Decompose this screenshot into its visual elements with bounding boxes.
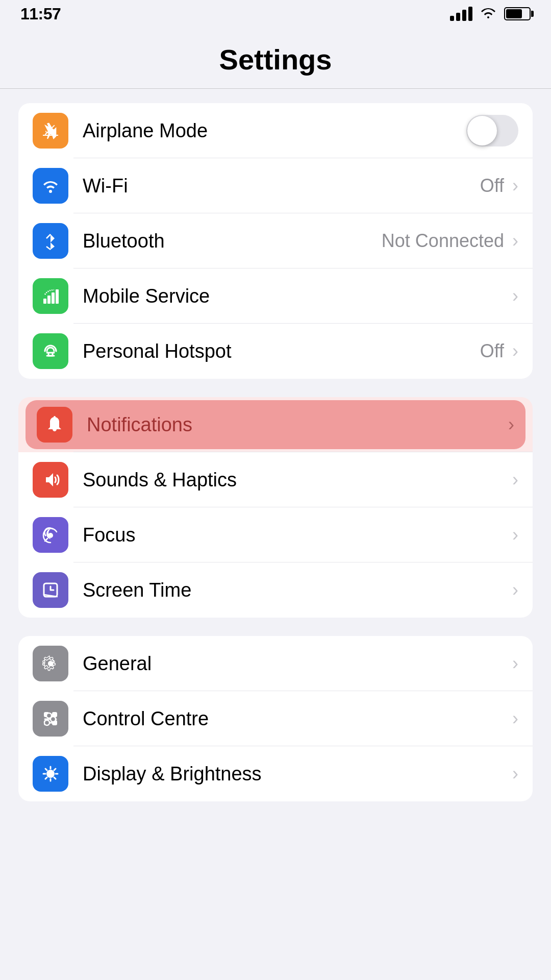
- wifi-status-icon: [480, 5, 497, 23]
- airplane-mode-icon: [33, 113, 68, 149]
- sounds-haptics-item[interactable]: Sounds & Haptics ›: [18, 452, 533, 507]
- bluetooth-value: Not Connected: [382, 230, 504, 252]
- wifi-value: Off: [480, 175, 504, 197]
- page-title: Settings: [0, 28, 551, 89]
- svg-point-23: [44, 720, 49, 725]
- personal-hotspot-icon: [33, 333, 68, 369]
- battery-icon: [504, 7, 531, 20]
- mobile-service-icon: [33, 278, 68, 314]
- svg-point-0: [49, 190, 52, 193]
- bluetooth-chevron: ›: [512, 230, 518, 252]
- svg-rect-2: [47, 296, 51, 304]
- airplane-mode-label: Airplane Mode: [83, 120, 466, 142]
- control-centre-item[interactable]: Control Centre ›: [18, 691, 533, 746]
- wifi-icon: [33, 168, 68, 204]
- bluetooth-item[interactable]: Bluetooth Not Connected ›: [18, 213, 533, 268]
- focus-item[interactable]: Focus ›: [18, 507, 533, 562]
- control-centre-label: Control Centre: [83, 708, 512, 730]
- svg-line-31: [54, 769, 56, 770]
- notifications-label: Notifications: [87, 414, 508, 436]
- screen-time-label: Screen Time: [83, 579, 512, 601]
- display-item[interactable]: Display & Brightness ›: [18, 746, 533, 801]
- screen-time-icon: [33, 572, 68, 608]
- svg-rect-7: [54, 416, 56, 418]
- sounds-haptics-label: Sounds & Haptics: [83, 469, 512, 491]
- personal-hotspot-value: Off: [480, 340, 504, 362]
- mobile-service-label: Mobile Service: [83, 285, 512, 307]
- status-bar: 11:57: [0, 0, 551, 28]
- svg-line-29: [45, 769, 47, 770]
- bluetooth-label: Bluetooth: [83, 230, 382, 252]
- connectivity-group: Airplane Mode Wi-Fi Off ›: [18, 103, 533, 379]
- settings-container: Airplane Mode Wi-Fi Off ›: [0, 89, 551, 834]
- focus-label: Focus: [83, 524, 512, 546]
- personal-hotspot-label: Personal Hotspot: [83, 340, 480, 362]
- screen-time-item[interactable]: Screen Time ›: [18, 562, 533, 618]
- personal-hotspot-chevron: ›: [512, 340, 518, 362]
- display-chevron: ›: [512, 763, 518, 785]
- svg-point-22: [51, 717, 56, 722]
- airplane-mode-toggle-thumb: [467, 116, 497, 145]
- wifi-chevron: ›: [512, 175, 518, 197]
- general-item[interactable]: General ›: [18, 636, 533, 691]
- svg-rect-4: [56, 289, 59, 304]
- general-chevron: ›: [512, 653, 518, 674]
- status-indicators: [450, 5, 531, 23]
- general-icon: [33, 646, 68, 681]
- svg-rect-1: [43, 299, 46, 304]
- signal-icon: [450, 7, 472, 21]
- display-label: Display & Brightness: [83, 763, 512, 785]
- general-label: General: [83, 653, 512, 675]
- notifications-icon: [37, 407, 72, 443]
- focus-chevron: ›: [512, 524, 518, 546]
- airplane-mode-item[interactable]: Airplane Mode: [18, 103, 533, 158]
- control-centre-chevron: ›: [512, 708, 518, 729]
- airplane-mode-toggle[interactable]: [466, 115, 518, 146]
- mobile-service-chevron: ›: [512, 285, 518, 307]
- svg-point-24: [46, 770, 55, 778]
- display-icon: [33, 756, 68, 792]
- device-group: General ›: [18, 636, 533, 801]
- svg-line-32: [45, 777, 47, 779]
- notifications-chevron: ›: [508, 414, 514, 435]
- bluetooth-icon: [33, 223, 68, 259]
- sounds-haptics-icon: [33, 462, 68, 498]
- wifi-label: Wi-Fi: [83, 175, 480, 197]
- status-time: 11:57: [20, 5, 61, 23]
- focus-icon: [33, 517, 68, 553]
- wifi-item[interactable]: Wi-Fi Off ›: [18, 158, 533, 213]
- mobile-service-item[interactable]: Mobile Service ›: [18, 268, 533, 324]
- system-group: Notifications › Sounds & Haptics ›: [18, 397, 533, 618]
- sounds-haptics-chevron: ›: [512, 469, 518, 491]
- svg-line-30: [54, 777, 56, 779]
- personal-hotspot-item[interactable]: Personal Hotspot Off ›: [18, 324, 533, 379]
- svg-rect-3: [52, 292, 55, 304]
- control-centre-icon: [33, 701, 68, 737]
- svg-point-12: [48, 662, 53, 666]
- screen-time-chevron: ›: [512, 579, 518, 601]
- notifications-item[interactable]: Notifications ›: [18, 397, 533, 452]
